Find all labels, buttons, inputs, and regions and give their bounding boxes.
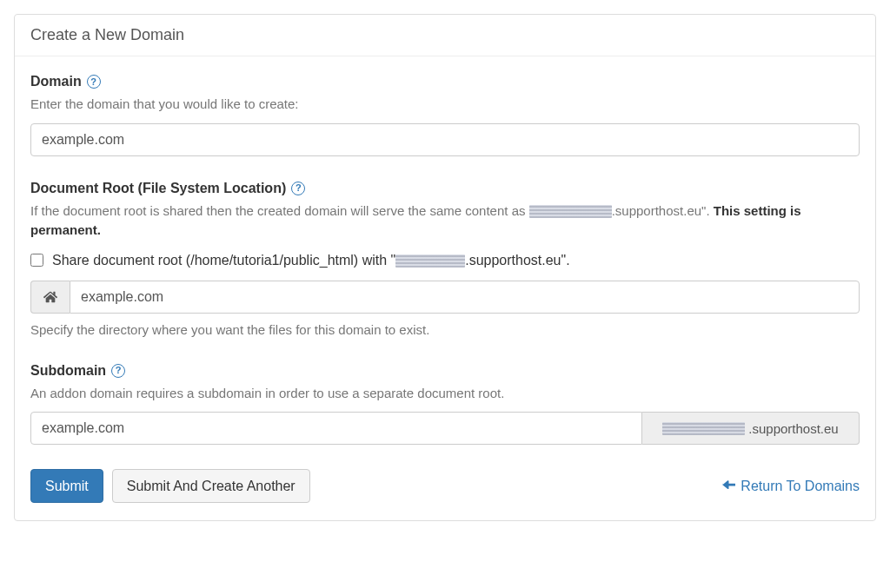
return-icon xyxy=(722,478,735,494)
subdomain-help-text: An addon domain requires a subdomain in … xyxy=(30,384,860,404)
subdomain-label-row: Subdomain ? xyxy=(30,363,860,379)
share-docroot-row[interactable]: Share document root (/home/tutoria1/publ… xyxy=(30,253,860,268)
submit-another-button[interactable]: Submit And Create Another xyxy=(112,469,310,503)
subdomain-help-icon[interactable]: ? xyxy=(111,364,125,378)
docroot-section: Document Root (File System Location) ? I… xyxy=(30,181,860,339)
docroot-help-icon[interactable]: ? xyxy=(291,182,305,195)
share-docroot-checkbox[interactable] xyxy=(30,254,43,267)
docroot-below-text: Specify the directory where you want the… xyxy=(30,320,860,339)
domain-section: Domain ? Enter the domain that you would… xyxy=(30,74,860,156)
redacted-host-3 xyxy=(662,422,745,435)
domain-input[interactable] xyxy=(30,123,860,156)
subdomain-section: Subdomain ? An addon domain requires a s… xyxy=(30,363,860,446)
domain-label-row: Domain ? xyxy=(30,74,860,89)
docroot-input[interactable] xyxy=(70,281,860,314)
panel-body: Domain ? Enter the domain that you would… xyxy=(15,56,875,520)
subdomain-suffix: .supporthost.eu xyxy=(642,412,860,445)
panel-title: Create a New Domain xyxy=(15,15,875,56)
create-domain-panel: Create a New Domain Domain ? Enter the d… xyxy=(14,14,876,521)
return-link-text: Return To Domains xyxy=(741,479,860,494)
redacted-host-2 xyxy=(395,254,465,268)
domain-help-icon[interactable]: ? xyxy=(87,75,101,89)
docroot-label-row: Document Root (File System Location) ? xyxy=(30,181,860,196)
return-link[interactable]: Return To Domains xyxy=(722,478,860,494)
home-icon xyxy=(30,281,70,314)
docroot-label: Document Root (File System Location) xyxy=(30,181,286,196)
share-docroot-label: Share document root (/home/tutoria1/publ… xyxy=(52,253,570,268)
subdomain-label: Subdomain xyxy=(30,363,106,379)
docroot-help-text: If the document root is shared then the … xyxy=(30,202,860,241)
button-row: Submit Submit And Create Another Return … xyxy=(30,469,860,503)
redacted-host-1 xyxy=(529,205,612,218)
submit-button[interactable]: Submit xyxy=(30,469,103,503)
subdomain-input-group: .supporthost.eu xyxy=(30,412,860,445)
docroot-input-group xyxy=(30,281,860,314)
subdomain-input[interactable] xyxy=(30,412,642,445)
domain-label: Domain xyxy=(30,74,82,89)
domain-help-text: Enter the domain that you would like to … xyxy=(30,95,860,115)
